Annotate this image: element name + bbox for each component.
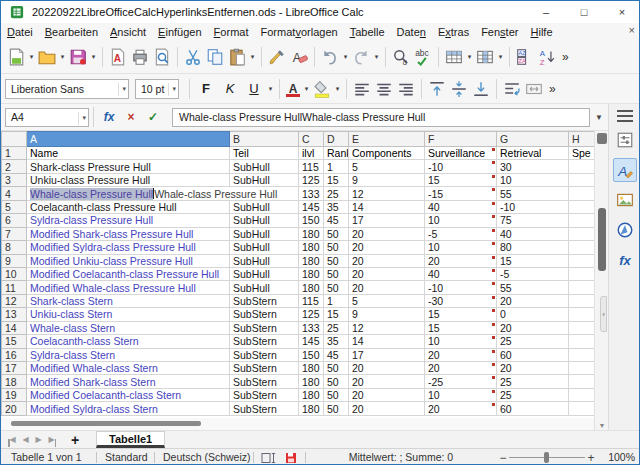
- cell-G6[interactable]: 75: [497, 214, 569, 227]
- cell-E19[interactable]: 20: [349, 388, 425, 401]
- cell-E4[interactable]: 12: [349, 187, 425, 200]
- cell-D4[interactable]: 25: [324, 187, 349, 200]
- cell-G18[interactable]: 25: [497, 375, 569, 388]
- cell-F5[interactable]: 40: [425, 200, 497, 213]
- cell-E8[interactable]: 20: [349, 241, 425, 254]
- cell-A7[interactable]: Modified Shark-class Pressure Hull: [27, 227, 230, 240]
- cell-E17[interactable]: 20: [349, 362, 425, 375]
- toolbar-overflow-icon[interactable]: »: [562, 50, 569, 64]
- cell-E5[interactable]: 14: [349, 200, 425, 213]
- font-size-dropdown-icon[interactable]: ▾: [168, 83, 176, 96]
- col-header-D[interactable]: D: [324, 132, 349, 147]
- cell-G13[interactable]: 0: [497, 308, 569, 321]
- cell-C4[interactable]: 133: [299, 187, 324, 200]
- cell-C5[interactable]: 145: [299, 200, 324, 213]
- cell-E15[interactable]: 14: [349, 335, 425, 348]
- function-wizard-icon[interactable]: fx: [98, 110, 120, 124]
- row-header-20[interactable]: 20: [2, 402, 27, 415]
- cell-A8[interactable]: Modified Syldra-class Pressure Hull: [27, 241, 230, 254]
- align-bottom-button[interactable]: [470, 77, 492, 101]
- cell-F16[interactable]: 20: [425, 348, 497, 361]
- cell-B1[interactable]: Teil: [230, 147, 299, 160]
- cut-button[interactable]: [182, 45, 204, 69]
- cell-G7[interactable]: 40: [497, 227, 569, 240]
- cell-D6[interactable]: 45: [324, 214, 349, 227]
- export-pdf-button[interactable]: A: [107, 45, 129, 69]
- row-header-17[interactable]: 17: [2, 362, 27, 375]
- row-header-9[interactable]: 9: [2, 254, 27, 267]
- cell-C14[interactable]: 133: [299, 321, 324, 334]
- undo-button[interactable]: [319, 45, 341, 69]
- horizontal-scrollbar-thumb[interactable]: [11, 421, 201, 426]
- cell-G17[interactable]: 20: [497, 362, 569, 375]
- cell-A2[interactable]: Shark-class Pressure Hull: [27, 160, 230, 173]
- menu-format[interactable]: Format: [208, 25, 255, 39]
- cell-B14[interactable]: SubStern: [230, 321, 299, 334]
- sort-ascending-button[interactable]: AZ: [536, 45, 558, 69]
- cell-D17[interactable]: 50: [324, 362, 349, 375]
- cell-D7[interactable]: 50: [324, 227, 349, 240]
- zoom-out-icon[interactable]: −: [497, 451, 509, 465]
- cell-E7[interactable]: 20: [349, 227, 425, 240]
- save-button[interactable]: [67, 45, 89, 69]
- menu-bearbeiten[interactable]: Bearbeiten: [39, 25, 104, 39]
- cell-C13[interactable]: 125: [299, 308, 324, 321]
- select-all-corner[interactable]: [2, 132, 27, 147]
- cell-B18[interactable]: SubStern: [230, 375, 299, 388]
- cell-D3[interactable]: 15: [324, 173, 349, 186]
- cell-B7[interactable]: SubHull: [230, 227, 299, 240]
- italic-button[interactable]: K: [218, 81, 242, 96]
- sidebar-properties-icon[interactable]: [613, 128, 637, 152]
- underline-button[interactable]: U: [242, 81, 266, 96]
- cell-F4[interactable]: -15: [425, 187, 497, 200]
- cell-F12[interactable]: -30: [425, 294, 497, 307]
- cell-F18[interactable]: -25: [425, 375, 497, 388]
- cell-F14[interactable]: 15: [425, 321, 497, 334]
- row-header-4[interactable]: 4: [2, 187, 27, 200]
- first-sheet-button[interactable]: ◀: [6, 435, 19, 444]
- horizontal-scrollbar[interactable]: [1, 418, 594, 430]
- cell-F6[interactable]: 10: [425, 214, 497, 227]
- col-header-C[interactable]: C: [299, 132, 324, 147]
- col-header-B[interactable]: B: [230, 132, 299, 147]
- row-header-7[interactable]: 7: [2, 227, 27, 240]
- cell-G19[interactable]: 25: [497, 388, 569, 401]
- spelling-button[interactable]: abc: [412, 45, 434, 69]
- col-header-H[interactable]: H: [569, 132, 595, 147]
- column-button[interactable]: [474, 45, 496, 69]
- cell-F20[interactable]: 20: [425, 402, 497, 415]
- cell-H3[interactable]: [569, 173, 595, 186]
- menu-fenster[interactable]: Fenster: [475, 25, 524, 39]
- expand-formula-bar-icon[interactable]: ▼: [590, 113, 608, 122]
- cell-G12[interactable]: 20: [497, 294, 569, 307]
- cell-E12[interactable]: 5: [349, 294, 425, 307]
- previous-sheet-button[interactable]: ◀: [19, 435, 32, 444]
- copy-button[interactable]: [204, 45, 226, 69]
- cell-B15[interactable]: SubStern: [230, 335, 299, 348]
- find-replace-button[interactable]: d: [390, 45, 412, 69]
- cell-E2[interactable]: 5: [349, 160, 425, 173]
- cell-C3[interactable]: 125: [299, 173, 324, 186]
- cell-D2[interactable]: 1: [324, 160, 349, 173]
- sidebar-styles-icon[interactable]: A: [613, 158, 637, 182]
- add-sheet-button[interactable]: +: [64, 432, 86, 448]
- cell-H14[interactable]: [569, 321, 595, 334]
- cell-F10[interactable]: 40: [425, 267, 497, 280]
- row-header-13[interactable]: 13: [2, 308, 27, 321]
- col-header-G[interactable]: G: [497, 132, 569, 147]
- toolbar-overflow-icon[interactable]: »: [549, 82, 556, 96]
- cell-F15[interactable]: 10: [425, 335, 497, 348]
- sidebar-navigator-icon[interactable]: [613, 218, 637, 242]
- cell-B10[interactable]: SubHull: [230, 267, 299, 280]
- new-dropdown-icon[interactable]: ▾: [27, 53, 36, 61]
- font-size-combo[interactable]: 10 pt ▾: [135, 79, 179, 99]
- redo-button[interactable]: [350, 45, 372, 69]
- selection-summary[interactable]: Mittelwert: ; Summe: 0: [331, 451, 471, 463]
- col-header-A[interactable]: A: [27, 132, 230, 147]
- language-status[interactable]: Deutsch (Schweiz): [163, 451, 251, 463]
- open-dropdown-icon[interactable]: ▾: [58, 53, 67, 61]
- name-box[interactable]: A4 ▾: [5, 108, 89, 127]
- font-name-combo[interactable]: Liberation Sans ▾: [5, 79, 129, 99]
- last-sheet-button[interactable]: ▶: [45, 435, 58, 444]
- cell-H16[interactable]: [569, 348, 595, 361]
